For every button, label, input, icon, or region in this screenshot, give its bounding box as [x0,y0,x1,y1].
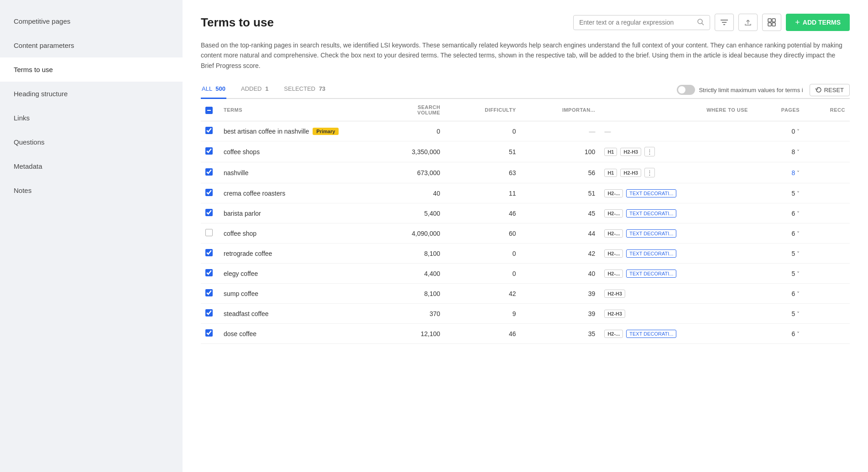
tab-added[interactable]: ADDED 1 [240,82,269,99]
checkbox-cell [201,183,219,203]
row-checkbox[interactable] [205,309,213,316]
sidebar-item-metadata[interactable]: Metadata [0,154,183,178]
grid-view-button[interactable] [762,14,781,31]
reset-button[interactable]: RESET [810,84,850,96]
where-to-use-data-cell: H2-...TEXT DECORATI... [600,223,753,244]
row-checkbox[interactable] [205,127,213,134]
row-checkbox[interactable] [205,147,213,155]
chevron-down-icon[interactable]: ˅ [797,291,800,297]
filter-button[interactable] [715,14,734,31]
text-tag[interactable]: TEXT DECORATI... [626,229,676,238]
select-all-checkbox[interactable] [205,107,213,114]
sidebar-item-competitive-pages[interactable]: Competitive pages [0,9,183,33]
importance-cell: 35 [521,324,600,344]
row-checkbox[interactable] [205,329,213,337]
where-to-use-cell: H2-...TEXT DECORATI... [604,330,748,338]
heading-tag: H2-... [604,229,623,238]
add-terms-button[interactable]: + ADD TERMS [786,14,850,31]
table-row: coffee shop 4,090,000 60 44 H2-...TEXT D… [201,223,850,244]
search-volume-cell: 8,100 [374,244,445,264]
importance-cell: 42 [521,244,600,264]
chevron-down-icon[interactable]: ˅ [797,271,800,277]
pages-value: 5 [791,310,795,317]
chevron-down-icon[interactable]: ˅ [797,251,800,257]
pages-cell: 8 ˅ [753,141,804,162]
tab-selected[interactable]: SELECTED 73 [283,82,326,99]
text-tag[interactable]: TEXT DECORATI... [626,189,676,197]
term-name-cell: dose coffee [219,324,374,344]
where-to-use-cell: — [604,128,748,135]
checkbox-cell [201,203,219,223]
sidebar-item-content-parameters[interactable]: Content parameters [0,33,183,57]
recc-cell [804,162,850,183]
term-name-cell: coffee shops [219,141,374,162]
where-to-use-cell: H1H2-H3⋮ [604,147,748,156]
sidebar-item-terms-to-use[interactable]: Terms to use [0,57,183,82]
search-volume-cell: 4,090,000 [374,223,445,244]
grid-icon [768,18,776,26]
where-to-use-data-cell: H1H2-H3⋮ [600,141,753,162]
row-checkbox[interactable] [205,269,213,276]
primary-badge: Primary [313,128,339,135]
pages-cell: 8 ˅ [753,162,804,183]
sidebar-item-heading-structure[interactable]: Heading structure [0,82,183,106]
row-checkbox[interactable] [205,168,213,176]
text-tag[interactable]: TEXT DECORATI... [626,209,676,218]
row-checkbox[interactable] [205,209,213,216]
col-search-volume: SEARCHVOLUME [374,99,445,121]
chevron-down-icon[interactable]: ˅ [797,331,800,337]
difficulty-cell: 11 [445,183,521,203]
heading-tag: H2-... [604,330,623,338]
search-icon[interactable] [697,18,704,27]
text-tag[interactable]: TEXT DECORATI... [626,249,676,258]
text-tag[interactable]: TEXT DECORATI... [626,330,676,338]
term-name-cell: best artisan coffee in nashville Primary [219,121,374,141]
tab-all[interactable]: ALL 500 [201,82,226,99]
search-volume-cell: 4,400 [374,264,445,284]
toggle[interactable] [677,85,695,95]
more-options-icon[interactable]: ⋮ [644,168,655,177]
dash: — [604,128,611,135]
table-row: crema coffee roasters 40 11 51 H2-...TEX… [201,183,850,203]
term-label: sump coffee [224,290,258,297]
upload-button[interactable] [738,14,758,31]
chevron-down-icon[interactable]: ˅ [797,211,800,217]
row-checkbox[interactable] [205,249,213,256]
chevron-down-icon[interactable]: ˅ [797,149,800,156]
recc-cell [804,304,850,324]
col-terms: TERMS [219,99,374,121]
more-options-icon[interactable]: ⋮ [644,147,655,156]
search-volume-cell: 40 [374,183,445,203]
pages-cell: 6 ˅ [753,223,804,244]
svg-rect-7 [768,23,771,26]
sidebar-item-notes[interactable]: Notes [0,178,183,202]
row-checkbox[interactable] [205,229,213,236]
description-text: Based on the top-ranking pages in search… [201,40,850,71]
term-label: best artisan coffee in nashville [224,128,309,135]
checkbox-cell [201,141,219,162]
chevron-down-icon[interactable]: ˅ [797,311,800,317]
where-to-use-data-cell: — [600,121,753,141]
heading-tag: H1 [604,148,617,156]
sidebar-item-questions[interactable]: Questions [0,130,183,154]
text-tag[interactable]: TEXT DECORATI... [626,270,676,278]
chevron-down-icon[interactable]: ˅ [797,231,800,237]
difficulty-cell: 63 [445,162,521,183]
main-content: Terms to use + ADD TERMS Based [183,0,868,472]
term-label: steadfast coffee [224,310,269,317]
chevron-down-icon[interactable]: ˅ [797,191,800,197]
row-checkbox[interactable] [205,289,213,296]
where-to-use-data-cell: H2-H3 [600,304,753,324]
search-input[interactable] [579,19,697,26]
row-checkbox[interactable] [205,189,213,196]
pages-cell: 6 ˅ [753,284,804,304]
importance-cell: 39 [521,304,600,324]
difficulty-cell: 46 [445,324,521,344]
sidebar-item-links[interactable]: Links [0,106,183,130]
tabs-bar: ALL 500 ADDED 1 SELECTED 73 Strictly lim… [201,82,850,99]
heading-tag: H2-H3 [620,169,641,177]
search-volume-cell: 5,400 [374,203,445,223]
chevron-down-icon[interactable]: ˅ [797,129,800,135]
search-volume-cell: 0 [374,121,445,141]
chevron-down-icon[interactable]: ˅ [797,170,800,176]
